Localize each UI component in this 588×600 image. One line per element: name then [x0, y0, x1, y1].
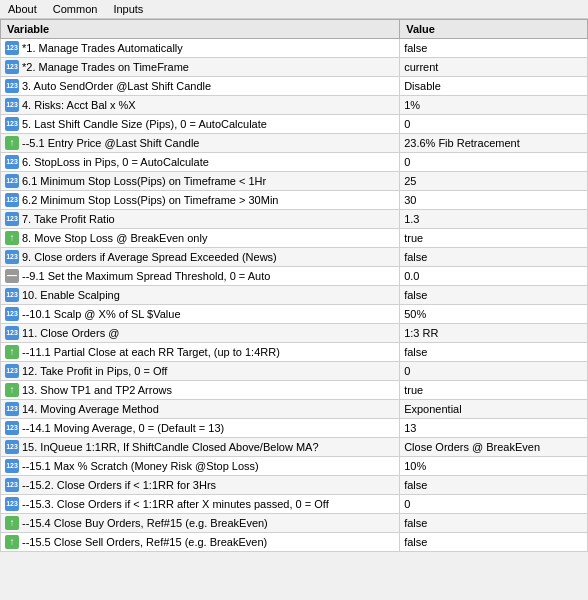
value-cell: false — [400, 343, 588, 362]
table-row[interactable]: 123--15.3. Close Orders if < 1:1RR after… — [1, 495, 588, 514]
numeric-icon: 123 — [5, 60, 19, 74]
variable-label: 9. Close orders if Average Spread Exceed… — [22, 251, 395, 263]
variable-cell: 1236.2 Minimum Stop Loss(Pips) on Timefr… — [1, 191, 400, 210]
table-row[interactable]: 12314. Moving Average MethodExponential — [1, 400, 588, 419]
variable-label: 5. Last Shift Candle Size (Pips), 0 = Au… — [22, 118, 395, 130]
variable-cell: 123*1. Manage Trades Automatically — [1, 39, 400, 58]
table-row[interactable]: ↑--11.1 Partial Close at each RR Target,… — [1, 343, 588, 362]
table-row[interactable]: 12310. Enable Scalpingfalse — [1, 286, 588, 305]
value-cell: 0 — [400, 115, 588, 134]
value-cell: 0 — [400, 362, 588, 381]
table-row[interactable]: 1234. Risks: Acct Bal x %X1% — [1, 96, 588, 115]
variable-cell: 1237. Take Profit Ratio — [1, 210, 400, 229]
numeric-icon: 123 — [5, 212, 19, 226]
variable-cell: ↑--11.1 Partial Close at each RR Target,… — [1, 343, 400, 362]
variable-label: 4. Risks: Acct Bal x %X — [22, 99, 395, 111]
variable-label: 3. Auto SendOrder @Last Shift Candle — [22, 80, 395, 92]
variable-label: 7. Take Profit Ratio — [22, 213, 395, 225]
numeric-icon: 123 — [5, 193, 19, 207]
variable-label: --15.4 Close Buy Orders, Ref#15 (e.g. Br… — [22, 517, 395, 529]
variable-cell: 1234. Risks: Acct Bal x %X — [1, 96, 400, 115]
value-cell: 0.0 — [400, 267, 588, 286]
menu-bar: AboutCommonInputs — [0, 0, 588, 19]
arrow-icon: ↑ — [5, 345, 19, 359]
value-cell: false — [400, 533, 588, 552]
table-row[interactable]: 1235. Last Shift Candle Size (Pips), 0 =… — [1, 115, 588, 134]
variable-label: --5.1 Entry Price @Last Shift Candle — [22, 137, 395, 149]
table-row[interactable]: ↑--15.4 Close Buy Orders, Ref#15 (e.g. B… — [1, 514, 588, 533]
value-cell: 1.3 — [400, 210, 588, 229]
numeric-icon: 123 — [5, 117, 19, 131]
variable-cell: 12310. Enable Scalping — [1, 286, 400, 305]
variable-label: --11.1 Partial Close at each RR Target, … — [22, 346, 395, 358]
table-row[interactable]: ↑8. Move Stop Loss @ BreakEven onlytrue — [1, 229, 588, 248]
value-cell: false — [400, 39, 588, 58]
variable-cell: —--9.1 Set the Maximum Spread Threshold,… — [1, 267, 400, 286]
menu-item-about[interactable]: About — [4, 2, 41, 16]
variable-cell: 1233. Auto SendOrder @Last Shift Candle — [1, 77, 400, 96]
variable-cell: 123*2. Manage Trades on TimeFrame — [1, 58, 400, 77]
variable-label: 6.1 Minimum Stop Loss(Pips) on Timeframe… — [22, 175, 395, 187]
value-cell: 13 — [400, 419, 588, 438]
variable-label: 10. Enable Scalping — [22, 289, 395, 301]
table-row[interactable]: 1236.2 Minimum Stop Loss(Pips) on Timefr… — [1, 191, 588, 210]
table-row[interactable]: 123*2. Manage Trades on TimeFramecurrent — [1, 58, 588, 77]
table-row[interactable]: ↑--5.1 Entry Price @Last Shift Candle23.… — [1, 134, 588, 153]
value-cell: 10% — [400, 457, 588, 476]
table-row[interactable]: 123*1. Manage Trades Automaticallyfalse — [1, 39, 588, 58]
value-cell: Close Orders @ BreakEven — [400, 438, 588, 457]
value-cell: 25 — [400, 172, 588, 191]
table-row[interactable]: 12315. InQueue 1:1RR, If ShiftCandle Clo… — [1, 438, 588, 457]
variable-cell: 123--10.1 Scalp @ X% of SL $Value — [1, 305, 400, 324]
variable-cell: ↑8. Move Stop Loss @ BreakEven only — [1, 229, 400, 248]
variable-cell: ↑13. Show TP1 and TP2 Arrows — [1, 381, 400, 400]
menu-item-inputs[interactable]: Inputs — [109, 2, 147, 16]
value-cell: 1% — [400, 96, 588, 115]
variable-label: 15. InQueue 1:1RR, If ShiftCandle Closed… — [22, 441, 395, 453]
value-cell: 30 — [400, 191, 588, 210]
variable-cell: 12314. Moving Average Method — [1, 400, 400, 419]
table-row[interactable]: 1233. Auto SendOrder @Last Shift CandleD… — [1, 77, 588, 96]
arrow-icon: ↑ — [5, 136, 19, 150]
arrow-icon: ↑ — [5, 516, 19, 530]
variable-cell: ↑--15.4 Close Buy Orders, Ref#15 (e.g. B… — [1, 514, 400, 533]
table-row[interactable]: 123--10.1 Scalp @ X% of SL $Value50% — [1, 305, 588, 324]
value-cell: Exponential — [400, 400, 588, 419]
table-row[interactable]: —--9.1 Set the Maximum Spread Threshold,… — [1, 267, 588, 286]
variable-cell: 123--15.3. Close Orders if < 1:1RR after… — [1, 495, 400, 514]
variable-label: 6.2 Minimum Stop Loss(Pips) on Timeframe… — [22, 194, 395, 206]
variable-label: --15.5 Close Sell Orders, Ref#15 (e.g. B… — [22, 536, 395, 548]
arrow-icon: ↑ — [5, 231, 19, 245]
variable-label: --10.1 Scalp @ X% of SL $Value — [22, 308, 395, 320]
numeric-icon: 123 — [5, 155, 19, 169]
table-row[interactable]: ↑13. Show TP1 and TP2 Arrowstrue — [1, 381, 588, 400]
variable-cell: 1235. Last Shift Candle Size (Pips), 0 =… — [1, 115, 400, 134]
numeric-icon: 123 — [5, 307, 19, 321]
dash-icon: — — [5, 269, 19, 283]
table-row[interactable]: 123--14.1 Moving Average, 0 = (Default =… — [1, 419, 588, 438]
numeric-icon: 123 — [5, 421, 19, 435]
table-row[interactable]: 1236. StopLoss in Pips, 0 = AutoCalculat… — [1, 153, 588, 172]
value-cell: 0 — [400, 153, 588, 172]
table-row[interactable]: 1237. Take Profit Ratio1.3 — [1, 210, 588, 229]
table-container: Variable Value 123*1. Manage Trades Auto… — [0, 19, 588, 552]
value-cell: 0 — [400, 495, 588, 514]
value-cell: false — [400, 476, 588, 495]
table-row[interactable]: 1236.1 Minimum Stop Loss(Pips) on Timefr… — [1, 172, 588, 191]
table-row[interactable]: ↑--15.5 Close Sell Orders, Ref#15 (e.g. … — [1, 533, 588, 552]
numeric-icon: 123 — [5, 497, 19, 511]
value-cell: current — [400, 58, 588, 77]
variable-cell: 123--15.1 Max % Scratch (Money Risk @Sto… — [1, 457, 400, 476]
menu-item-common[interactable]: Common — [49, 2, 102, 16]
arrow-icon: ↑ — [5, 383, 19, 397]
table-row[interactable]: 12312. Take Profit in Pips, 0 = Off0 — [1, 362, 588, 381]
table-row[interactable]: 123--15.2. Close Orders if < 1:1RR for 3… — [1, 476, 588, 495]
value-cell: false — [400, 248, 588, 267]
numeric-icon: 123 — [5, 402, 19, 416]
table-row[interactable]: 12311. Close Orders @1:3 RR — [1, 324, 588, 343]
variable-cell: ↑--5.1 Entry Price @Last Shift Candle — [1, 134, 400, 153]
value-cell: 50% — [400, 305, 588, 324]
table-row[interactable]: 1239. Close orders if Average Spread Exc… — [1, 248, 588, 267]
value-cell: false — [400, 286, 588, 305]
table-row[interactable]: 123--15.1 Max % Scratch (Money Risk @Sto… — [1, 457, 588, 476]
